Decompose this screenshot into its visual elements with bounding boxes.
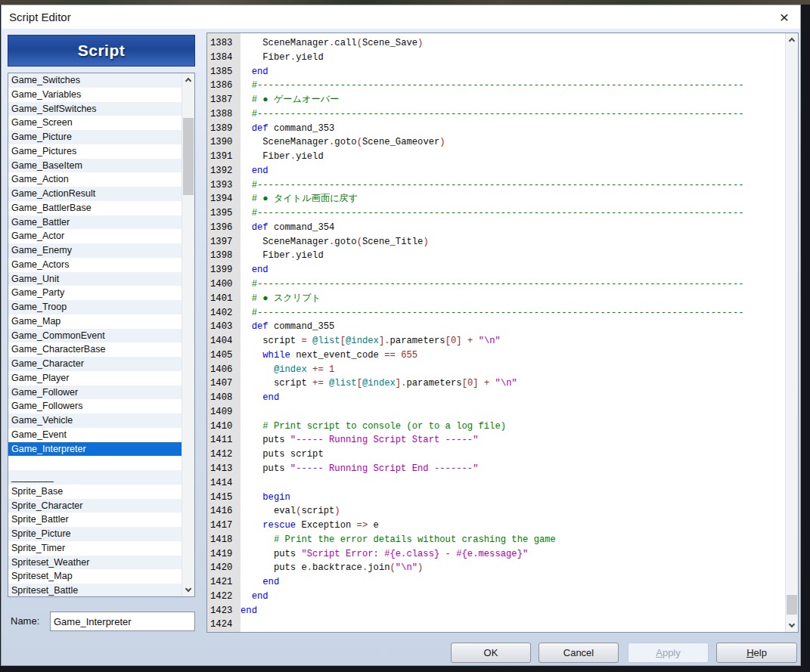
cancel-button[interactable]: Cancel [538,643,619,663]
line-number: 1395 [207,206,241,221]
apply-button: Apply [628,643,709,663]
scrollbar-thumb[interactable] [183,118,194,195]
code-line: while next_event_code == 655 [241,348,784,363]
list-item[interactable]: Game_Action [8,172,182,187]
list-item[interactable]: Spriteset_Map [8,569,182,584]
list-item[interactable]: Game_Unit [8,272,182,286]
list-item[interactable]: Game_Followers [8,399,182,413]
list-item[interactable]: Game_Party [8,286,182,300]
list-item[interactable]: Game_Player [8,371,182,386]
list-item[interactable]: Game_BaseItem [8,159,182,173]
ok-button[interactable]: OK [451,643,531,663]
list-item[interactable]: Game_Picture [8,130,182,144]
code-line: puts script [241,447,784,462]
list-item[interactable]: Game_Troop [8,300,182,314]
code-line: end [241,263,784,277]
list-item[interactable]: Game_Enemy [8,243,182,258]
list-item[interactable]: ________ [8,470,182,485]
line-number: 1423 [207,604,241,618]
list-item[interactable]: Sprite_Picture [8,527,182,541]
chevron-down-icon [789,621,795,627]
list-item[interactable]: Game_Switches [8,73,182,88]
line-number: 1398 [207,249,241,263]
line-number: 1388 [207,107,241,122]
script-editor-window: Script Editor × Script Game_SwitchesGame… [1,5,801,666]
line-number: 1402 [207,306,241,321]
code-line: def command_354 [241,221,784,235]
title-bar[interactable]: Script Editor × [2,5,800,29]
name-label: Name: [11,615,39,627]
list-item[interactable]: Sprite_Timer [8,541,182,556]
code-editor[interactable]: 1383138413851386138713881389139013911392… [206,33,799,633]
list-item[interactable]: Sprite_Base [8,485,182,499]
line-number: 1394 [207,192,241,206]
line-number: 1408 [207,391,241,405]
line-number: 1396 [207,221,241,235]
code-line: def command_353 [241,122,784,136]
code-line: def command_355 [241,320,784,334]
list-item[interactable]: Game_ActionResult [8,187,182,201]
list-item[interactable]: Game_Follower [8,386,182,400]
list-item[interactable]: Game_Map [8,314,182,329]
chevron-up-icon [185,78,191,84]
code-line: Fiber.yield [241,249,784,263]
list-item[interactable]: Game_Actors [8,258,182,272]
script-list[interactable]: Game_SwitchesGame_VariablesGame_SelfSwit… [8,73,195,597]
line-number: 1419 [207,547,241,562]
code-line: puts "----- Running Script End -------" [241,462,784,476]
list-item[interactable]: Spriteset_Weather [8,556,182,570]
line-number: 1403 [207,320,241,334]
list-item[interactable]: Game_CommonEvent [8,329,182,343]
line-number: 1404 [207,334,241,348]
scroll-down-icon[interactable] [786,619,798,632]
name-input[interactable] [50,612,195,631]
list-item[interactable]: Sprite_Character [8,499,182,513]
help-button[interactable]: Help [716,643,797,663]
scroll-up-icon[interactable] [786,33,798,46]
code-line: #---------------------------------------… [241,206,784,221]
scroll-up-icon[interactable] [182,73,194,86]
code-line: end [241,391,784,405]
code-line: SceneManager.goto(Scene_Gameover) [241,135,784,150]
line-number: 1414 [207,476,241,491]
line-number: 1409 [207,405,241,420]
list-item[interactable]: Spriteset_Battle [8,584,182,596]
list-item[interactable]: Game_Character [8,357,182,371]
list-item[interactable] [8,456,182,470]
list-item[interactable]: Game_SelfSwitches [8,102,182,116]
line-number: 1416 [207,504,241,519]
list-item[interactable]: Game_Screen [8,116,182,130]
close-icon[interactable]: × [768,5,800,29]
line-number: 1391 [207,150,241,164]
editor-scrollbar[interactable] [785,33,798,632]
chevron-down-icon [185,586,191,592]
list-item[interactable]: Sprite_Battler [8,513,182,527]
list-item[interactable]: Game_Variables [8,88,182,102]
line-number: 1406 [207,363,241,377]
list-item[interactable]: Game_Event [8,428,182,442]
scrollbar-thumb[interactable] [787,595,797,615]
code-line: end [241,164,784,178]
list-item[interactable]: Game_Vehicle [8,413,182,428]
code-line: #---------------------------------------… [241,79,784,93]
script-list-rows: Game_SwitchesGame_VariablesGame_SelfSwit… [8,73,182,596]
code-line [241,405,784,420]
code-lines: SceneManager.call(Scene_Save) Fiber.yiel… [241,36,784,632]
line-number: 1385 [207,65,241,79]
line-number: 1411 [207,433,241,447]
line-number: 1417 [207,519,241,533]
scroll-down-icon[interactable] [182,584,194,596]
code-line: # ● ゲームオーバー [241,93,784,107]
list-item[interactable]: Game_BattlerBase [8,201,182,215]
list-item[interactable]: Game_CharacterBase [8,342,182,357]
list-item[interactable]: Game_Actor [8,229,182,243]
list-item[interactable]: Game_Interpreter [8,442,182,457]
list-item[interactable]: Game_Battler [8,215,182,230]
line-number: 1407 [207,376,241,391]
line-number: 1387 [207,93,241,107]
script-list-scrollbar[interactable] [182,73,194,596]
list-item[interactable]: Game_Pictures [8,144,182,159]
code-line: end [241,65,784,79]
code-line: puts e.backtrace.join("\n") [241,561,784,575]
code-line: #---------------------------------------… [241,306,784,321]
